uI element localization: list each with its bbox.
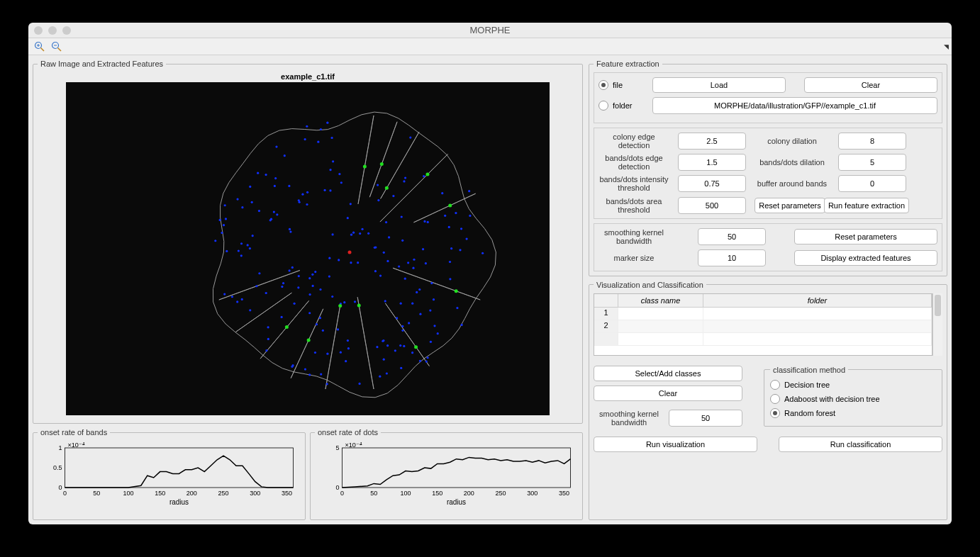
svg-point-99 [461, 324, 463, 326]
svg-point-22 [376, 346, 378, 348]
svg-point-179 [301, 193, 304, 196]
load-button[interactable]: Load [652, 77, 786, 93]
table-row[interactable] [594, 333, 932, 346]
skb-input[interactable]: 50 [698, 228, 766, 245]
viz-class-legend: Visualization and Classification [594, 281, 706, 289]
run-visualization-button[interactable]: Run visualization [594, 437, 757, 452]
reset-params2-button[interactable]: Reset parameters [794, 229, 937, 244]
select-classes-button[interactable]: Select/Add classes [594, 366, 742, 381]
svg-point-31 [437, 332, 439, 334]
decision-tree-radio[interactable] [770, 380, 780, 390]
svg-point-12 [433, 325, 435, 327]
zoom-out-icon[interactable] [50, 40, 64, 54]
svg-point-45 [240, 242, 243, 244]
svg-point-51 [404, 176, 406, 179]
window-title: MORPHE [469, 25, 510, 35]
svg-point-42 [460, 227, 462, 230]
svg-point-55 [257, 172, 259, 174]
colony-dilation-input[interactable]: 8 [838, 133, 906, 150]
svg-point-166 [450, 247, 452, 249]
plot-bands-legend: onset rate of bands [38, 428, 110, 437]
titlebar: MORPHE [28, 23, 952, 38]
marker-input[interactable]: 10 [698, 249, 766, 266]
svg-point-9 [427, 356, 429, 359]
source-file-radio[interactable] [598, 80, 608, 90]
svg-point-146 [412, 267, 414, 269]
svg-point-63 [291, 266, 294, 269]
toolbar-menu-icon[interactable]: ◥ [944, 43, 949, 50]
svg-point-57 [289, 228, 291, 230]
adaboost-radio[interactable] [770, 394, 780, 404]
reset-params-button[interactable]: Reset parameters [755, 198, 825, 213]
svg-text:150: 150 [155, 490, 165, 497]
zoom-icon[interactable] [62, 26, 71, 35]
svg-point-131 [388, 236, 390, 238]
path-field[interactable]: MORPHE/data/illustration/GFP//example_c1… [652, 97, 937, 114]
random-forest-radio[interactable] [770, 408, 780, 418]
svg-point-148 [267, 326, 269, 328]
svg-point-36 [306, 125, 308, 128]
svg-point-107 [308, 293, 311, 296]
decision-tree-label: Decision tree [784, 381, 830, 389]
viz-skb-input[interactable]: 50 [669, 410, 742, 427]
svg-point-84 [328, 275, 330, 277]
traffic-lights [34, 26, 71, 35]
svg-rect-199 [65, 448, 294, 488]
svg-point-113 [241, 206, 243, 208]
bd-intensity-input[interactable]: 0.75 [678, 175, 746, 192]
colony-edge-input[interactable]: 2.5 [678, 133, 746, 150]
svg-point-160 [314, 271, 316, 273]
svg-point-35 [347, 339, 349, 342]
run-extraction-button[interactable]: Run feature extraction [824, 198, 909, 213]
clear-button[interactable]: Clear [804, 77, 937, 93]
svg-point-115 [398, 265, 400, 267]
svg-point-77 [258, 210, 260, 212]
svg-point-72 [304, 138, 306, 140]
buffer-input[interactable]: 0 [838, 175, 906, 192]
run-classification-button[interactable]: Run classification [779, 437, 942, 452]
minimize-icon[interactable] [48, 26, 57, 35]
svg-point-10 [332, 160, 334, 162]
source-folder-radio[interactable] [598, 101, 608, 111]
svg-point-171 [249, 186, 251, 188]
svg-point-130 [265, 292, 267, 294]
svg-point-68 [276, 213, 278, 215]
bd-dilation-input[interactable]: 5 [838, 154, 906, 171]
table-scrollbar[interactable] [932, 293, 942, 356]
svg-text:1: 1 [58, 444, 62, 451]
svg-text:350: 350 [282, 490, 292, 497]
display-features-button[interactable]: Display extracted features [794, 250, 937, 266]
svg-point-102 [350, 234, 352, 236]
colony-edge-label: colony edge detection [598, 133, 669, 150]
svg-point-180 [289, 269, 291, 271]
svg-point-79 [255, 285, 257, 287]
bd-edge-input[interactable]: 1.5 [678, 154, 746, 171]
svg-point-37 [385, 221, 387, 223]
class-table[interactable]: class name folder 1 2 [594, 293, 932, 356]
table-row[interactable]: 1 [594, 308, 932, 320]
close-icon[interactable] [34, 26, 43, 35]
feature-extraction-legend: Feature extraction [594, 60, 662, 68]
zoom-in-icon[interactable] [33, 40, 47, 54]
svg-point-178 [311, 274, 313, 276]
clear-classes-button[interactable]: Clear [594, 386, 742, 401]
svg-line-1 [41, 47, 45, 51]
svg-point-93 [430, 282, 433, 284]
svg-point-188 [380, 162, 384, 166]
svg-point-144 [386, 344, 389, 347]
table-row[interactable]: 2 [594, 320, 932, 333]
svg-point-162 [419, 313, 421, 315]
svg-point-126 [224, 204, 226, 206]
svg-point-39 [267, 338, 269, 340]
svg-text:150: 150 [432, 490, 442, 497]
svg-point-64 [423, 220, 425, 223]
svg-point-186 [240, 254, 243, 257]
svg-point-43 [401, 215, 403, 218]
svg-point-159 [316, 323, 318, 325]
viz-skb-label: smoothing kernel bandwidth [594, 410, 664, 427]
svg-point-15 [214, 240, 216, 242]
svg-point-135 [322, 330, 324, 332]
svg-point-94 [236, 300, 238, 303]
bd-area-input[interactable]: 500 [678, 197, 746, 214]
image-display [66, 82, 550, 415]
